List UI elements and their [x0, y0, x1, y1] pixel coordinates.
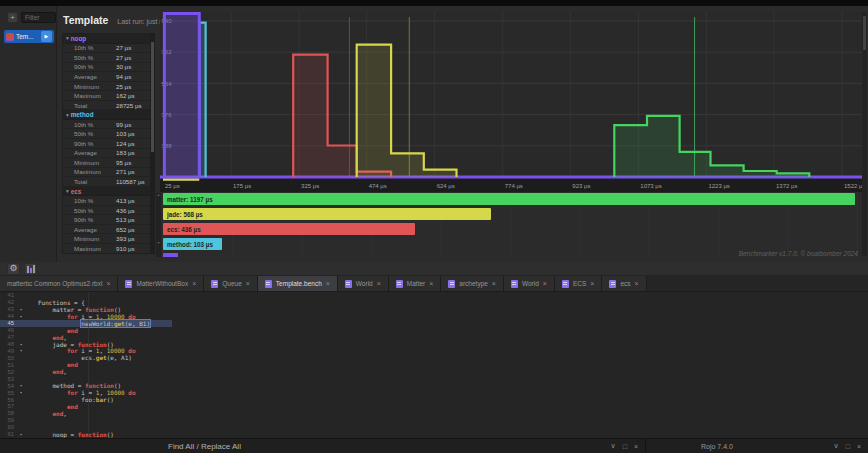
close-icon[interactable]: ×: [106, 280, 110, 287]
panel-scrollbar[interactable]: [862, 12, 867, 256]
stat-value: 99 µs: [116, 121, 131, 128]
run-benchmark-button[interactable]: ▶: [41, 31, 52, 42]
stat-label: Minimum: [74, 159, 116, 166]
tab-world[interactable]: World×: [504, 276, 555, 291]
stat-value: 25 µs: [116, 83, 131, 90]
stats-section-header-noop[interactable]: ▾noop: [63, 34, 150, 44]
code-token: ,: [63, 410, 67, 417]
stats-section-header-method[interactable]: ▾method: [63, 110, 150, 120]
benchmarker-plugin-button[interactable]: [24, 263, 37, 275]
stat-row: 10th %27 µs: [63, 44, 150, 54]
bench-sidebar: + Tem... ▶: [0, 6, 57, 262]
close-icon[interactable]: ×: [492, 280, 496, 287]
add-benchmark-button[interactable]: +: [7, 12, 18, 23]
stat-value: 183 µs: [116, 149, 135, 156]
histogram-noop: [164, 14, 199, 178]
tab-archetype[interactable]: archetype×: [441, 276, 504, 291]
settings-button[interactable]: ⚙: [7, 263, 20, 275]
code-text: end,: [38, 334, 67, 341]
tab-matterwithoutbox[interactable]: MatterWithoutBox×: [118, 276, 204, 291]
close-icon[interactable]: ×: [246, 280, 250, 287]
code-token: [38, 368, 52, 375]
close-icon[interactable]: ×: [192, 280, 196, 287]
code-text: end: [38, 327, 78, 334]
benchmark-tree-item-template[interactable]: Tem... ▶: [4, 30, 54, 43]
plugin-toolbar: ⚙: [0, 262, 868, 276]
collapse-chevron-icon[interactable]: ∨: [834, 442, 839, 450]
filter-input[interactable]: [21, 12, 56, 23]
code-token: (): [114, 306, 121, 313]
close-icon[interactable]: ×: [635, 280, 639, 287]
code-token: (): [107, 396, 114, 403]
code-token: (e, A1): [107, 354, 132, 361]
close-icon[interactable]: ×: [634, 443, 638, 450]
stat-row: 50th %103 µs: [63, 129, 150, 139]
stat-row: 10th %99 µs: [63, 120, 150, 130]
code-token: ,: [63, 368, 67, 375]
close-icon[interactable]: ×: [590, 280, 594, 287]
stat-row: 50th %27 µs: [63, 53, 150, 63]
script-icon: [609, 280, 616, 288]
tab-ecs[interactable]: ECS×: [555, 276, 602, 291]
code-line: 43▾ matter = function(): [0, 306, 868, 313]
benchmark-title: Template: [63, 14, 108, 26]
result-bar-row: method: 103 µs: [163, 238, 860, 250]
line-number: 47: [0, 334, 16, 340]
stat-row: 90th %124 µs: [63, 139, 150, 149]
line-number: 58: [0, 410, 16, 416]
close-icon[interactable]: ×: [429, 280, 433, 287]
close-icon[interactable]: ×: [543, 280, 547, 287]
result-bars-list: matter: 1197 µsjade: 568 µsecs: 436 µsme…: [163, 193, 860, 257]
stat-label: Minimum: [74, 235, 116, 242]
script-icon: [211, 280, 218, 288]
code-text: end: [38, 403, 78, 410]
fold-arrow-icon: ▾: [16, 348, 26, 353]
tab-label: World: [356, 280, 373, 287]
code-token: jade =: [38, 341, 78, 348]
tab-queue[interactable]: Queue×: [204, 276, 258, 291]
tab-ecs[interactable]: ecs×: [602, 276, 646, 291]
code-token: end: [52, 334, 63, 341]
stat-label: 90th %: [74, 140, 116, 147]
stats-section-name: method: [71, 111, 94, 118]
stats-section-header-ecs[interactable]: ▾ecs: [63, 187, 150, 197]
stat-row: Average652 µs: [63, 225, 150, 235]
stat-row: Maximum162 µs: [63, 91, 150, 101]
stat-value: 413 µs: [116, 197, 135, 204]
line-number: 51: [0, 362, 16, 368]
code-token: noop =: [38, 431, 78, 438]
collapse-chevron-icon[interactable]: ∨: [611, 442, 616, 450]
tab-label: MatterWithoutBox: [136, 280, 188, 287]
tab-matter[interactable]: Matter×: [389, 276, 442, 291]
tab-matterbc-common-optimus2-rbxl[interactable]: matterbc Common Optimus2.rbxl×: [0, 276, 118, 291]
code-line: 50 ecs.get(e, A1): [0, 354, 868, 361]
float-window-icon[interactable]: □: [846, 443, 850, 450]
float-window-icon[interactable]: □: [623, 443, 627, 450]
stat-value: 162 µs: [116, 92, 135, 99]
bars-scrollbar[interactable]: ▴▾: [156, 193, 161, 257]
tab-label: Template.bench: [276, 280, 322, 287]
tab-world[interactable]: World×: [338, 276, 389, 291]
close-icon[interactable]: ×: [857, 443, 861, 450]
tab-label: World: [522, 280, 539, 287]
tab-label: matterbc Common Optimus2.rbxl: [7, 280, 102, 287]
code-token: ,: [99, 389, 106, 396]
script-editor[interactable]: 4142Functions = {43▾ matter = function()…: [0, 292, 868, 438]
stat-label: 90th %: [74, 63, 116, 70]
code-token: function: [85, 306, 114, 313]
result-bar-label: jade: 568 µs: [163, 211, 203, 218]
code-token: Functions = {: [38, 299, 85, 306]
fold-arrow-icon: ▾: [16, 307, 26, 312]
close-icon[interactable]: ×: [377, 280, 381, 287]
close-icon[interactable]: ×: [326, 280, 330, 287]
stat-label: 10th %: [74, 121, 116, 128]
code-token: do: [128, 347, 135, 354]
stat-label: Average: [74, 149, 116, 156]
plugin-credit: Benchmarker v1.7.0, © boatbomber 2024: [739, 250, 858, 257]
code-token: (): [107, 431, 114, 438]
result-bar-label: ecs: 436 µs: [163, 226, 201, 233]
stat-value: 30 µs: [116, 63, 131, 70]
stats-scrollbar[interactable]: [150, 34, 154, 253]
line-number: 60: [0, 424, 16, 430]
tab-template-bench[interactable]: Template.bench×: [258, 276, 338, 291]
